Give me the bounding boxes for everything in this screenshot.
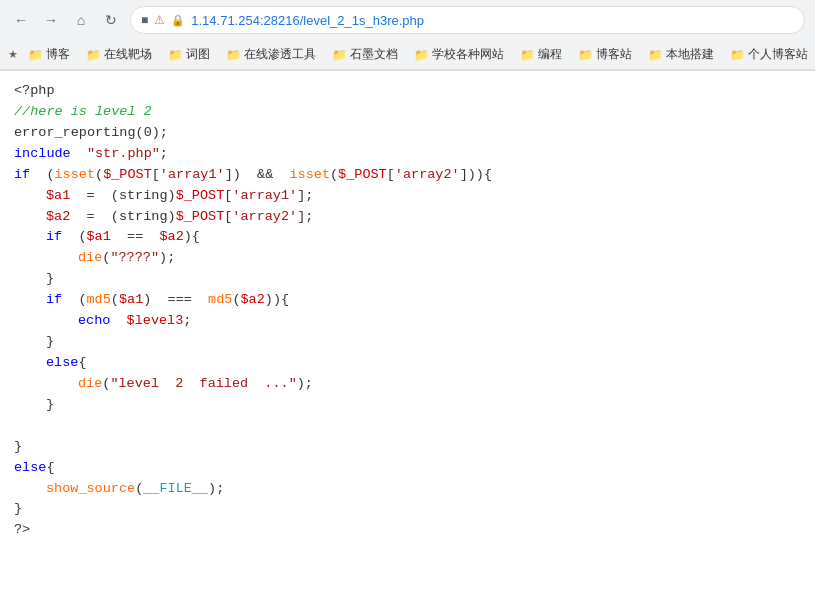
bookmark-school[interactable]: 📁 学校各种网站 — [408, 44, 510, 65]
line-20: show_source(__FILE__); — [46, 479, 801, 500]
bookmark-label8: 博客站 — [596, 46, 632, 63]
bookmark-label10: 个人博客站 — [748, 46, 808, 63]
bookmark-blogsite[interactable]: 📁 博客站 — [572, 44, 638, 65]
line-17 — [14, 416, 801, 437]
refresh-button[interactable]: ↻ — [100, 9, 122, 31]
bookmark-label7: 编程 — [538, 46, 562, 63]
line-10: } — [46, 269, 801, 290]
bookmark-folder-icon3: 📁 — [168, 48, 183, 62]
bookmark-folder-icon: 📁 — [28, 48, 43, 62]
bookmark-local[interactable]: 📁 本地搭建 — [642, 44, 720, 65]
line-13: } — [46, 332, 801, 353]
bookmark-shimo[interactable]: 📁 石墨文档 — [326, 44, 404, 65]
forward-button[interactable]: → — [40, 9, 62, 31]
bookmarks-star-icon: ★ — [8, 48, 18, 61]
bookmark-pentest[interactable]: 📁 在线渗透工具 — [220, 44, 322, 65]
line-14: else{ — [46, 353, 801, 374]
bookmark-label3: 词图 — [186, 46, 210, 63]
bookmark-label4: 在线渗透工具 — [244, 46, 316, 63]
warning-icon: ⚠ — [154, 13, 165, 27]
bookmark-label2: 在线靶场 — [104, 46, 152, 63]
line-9: die("????"); — [78, 248, 801, 269]
bookmark-folder-icon2: 📁 — [86, 48, 101, 62]
lock-icon2: 🔒 — [171, 14, 185, 27]
line-6: $a1 = (string)$_POST['array1']; — [46, 186, 801, 207]
bookmark-personal[interactable]: 📁 个人博客站 — [724, 44, 814, 65]
url-text: 1.14.71.254:28216/level_2_1s_h3re.php — [191, 13, 794, 28]
bookmark-coding[interactable]: 📁 编程 — [514, 44, 568, 65]
bookmark-label9: 本地搭建 — [666, 46, 714, 63]
code-display: <?php //here is level 2 error_reporting(… — [0, 71, 815, 551]
bookmark-blog[interactable]: 📁 博客 — [22, 44, 76, 65]
bookmark-folder-icon5: 📁 — [332, 48, 347, 62]
line-2: //here is level 2 — [14, 102, 801, 123]
line-7: $a2 = (string)$_POST['array2']; — [46, 207, 801, 228]
bookmark-label6: 学校各种网站 — [432, 46, 504, 63]
bookmark-folder-icon10: 📁 — [730, 48, 745, 62]
bookmark-folder-icon4: 📁 — [226, 48, 241, 62]
back-button[interactable]: ← — [10, 9, 32, 31]
line-3: error_reporting(0); — [14, 123, 801, 144]
line-22: ?> — [14, 520, 801, 541]
bookmark-folder-icon8: 📁 — [578, 48, 593, 62]
home-button[interactable]: ⌂ — [70, 9, 92, 31]
line-5: if (isset($_POST['array1']) && isset($_P… — [14, 165, 801, 186]
line-15: die("level 2 failed ..."); — [78, 374, 801, 395]
bookmark-label5: 石墨文档 — [350, 46, 398, 63]
line-4: include "str.php"; — [14, 144, 801, 165]
nav-bar: ← → ⌂ ↻ ■ ⚠ 🔒 1.14.71.254:28216/level_2_… — [0, 0, 815, 40]
bookmarks-bar: ★ 📁 博客 📁 在线靶场 📁 词图 📁 在线渗透工具 📁 石墨文档 📁 学校各… — [0, 40, 815, 70]
bookmark-label: 博客 — [46, 46, 70, 63]
bookmark-range[interactable]: 📁 在线靶场 — [80, 44, 158, 65]
line-21: } — [14, 499, 801, 520]
line-12: echo $level3; — [78, 311, 801, 332]
bookmark-folder-icon7: 📁 — [520, 48, 535, 62]
line-18: } — [14, 437, 801, 458]
address-bar[interactable]: ■ ⚠ 🔒 1.14.71.254:28216/level_2_1s_h3re.… — [130, 6, 805, 34]
bookmark-folder-icon6: 📁 — [414, 48, 429, 62]
line-1: <?php — [14, 81, 801, 102]
line-19: else{ — [14, 458, 801, 479]
lock-icon: ■ — [141, 13, 148, 27]
bookmark-vocab[interactable]: 📁 词图 — [162, 44, 216, 65]
line-11: if (md5($a1) === md5($a2)){ — [46, 290, 801, 311]
line-8: if ($a1 == $a2){ — [46, 227, 801, 248]
bookmark-folder-icon9: 📁 — [648, 48, 663, 62]
line-16: } — [46, 395, 801, 416]
